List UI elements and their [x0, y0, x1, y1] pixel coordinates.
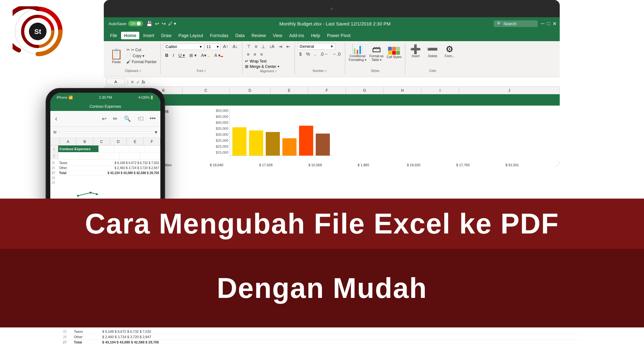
align-bottom-button[interactable]: ⊥	[259, 43, 267, 50]
increase-decimal-button[interactable]: .0→	[318, 51, 330, 58]
phone-formula-expand[interactable]: ▾	[155, 129, 157, 135]
phone-formula-input[interactable]	[59, 131, 152, 133]
phone-back-button[interactable]: ‹	[55, 115, 57, 123]
increase-font-button[interactable]: A↑	[221, 43, 230, 50]
phone-col-c[interactable]: C	[93, 138, 110, 145]
phone-pencil-icon[interactable]: ✏	[113, 115, 118, 122]
align-middle-button[interactable]: ≡	[253, 43, 259, 50]
phone-cell-1e[interactable]	[145, 145, 160, 152]
font-size-dropdown[interactable]: 11 ▾	[205, 43, 220, 50]
bold-button[interactable]: B	[163, 52, 170, 59]
phone-col-e[interactable]: E	[127, 138, 143, 145]
phone-cell-1c[interactable]	[114, 145, 130, 152]
formula-cancel-button[interactable]: ✕	[130, 80, 134, 85]
menu-addins[interactable]: Add-ins	[286, 32, 307, 39]
menu-view[interactable]: View	[270, 32, 286, 39]
phone-cell-2b[interactable]	[79, 152, 99, 159]
currency-button[interactable]: $	[297, 51, 304, 58]
menu-review[interactable]: Review	[248, 32, 269, 39]
phone-cell-1a[interactable]: Contoso Expenses	[58, 145, 99, 152]
maximize-icon[interactable]: □	[547, 21, 550, 27]
menu-draw[interactable]: Draw	[158, 32, 175, 39]
formula-function-button[interactable]: fx	[142, 80, 145, 85]
comma-button[interactable]: ,	[313, 51, 318, 58]
phone-cell-1b[interactable]	[99, 145, 114, 152]
close-icon[interactable]: ✕	[552, 21, 557, 27]
col-header-g[interactable]: G	[346, 87, 384, 94]
col-header-d[interactable]: D	[230, 87, 270, 94]
clipboard-expand-icon[interactable]: ⤢	[139, 69, 142, 73]
italic-button[interactable]: I	[171, 52, 176, 59]
phone-col-a[interactable]: A	[60, 138, 76, 145]
font-family-dropdown[interactable]: Calibri ▾	[163, 43, 204, 50]
insert-button[interactable]: ➕ Insert	[408, 43, 424, 59]
underline-button[interactable]: U ▾	[176, 52, 187, 59]
align-left-button[interactable]: ≡	[245, 51, 251, 58]
col-header-e[interactable]: E	[270, 87, 308, 94]
menu-page-layout[interactable]: Page Layout	[175, 32, 206, 39]
cell-reference-box[interactable]: A	[106, 79, 125, 85]
merge-chevron[interactable]: ▾	[278, 65, 279, 68]
number-expand-icon[interactable]: ⤢	[325, 69, 327, 73]
text-direction-button[interactable]: ↕A	[267, 43, 276, 50]
fill-color-button[interactable]: A▾ ▬	[199, 52, 212, 59]
minimize-icon[interactable]: ─	[541, 21, 544, 27]
col-header-c[interactable]: C	[182, 87, 230, 94]
decrease-decimal-button[interactable]: ←.0	[330, 51, 342, 58]
menu-help[interactable]: Help	[308, 32, 323, 39]
phone-search-icon[interactable]: 🔍	[124, 115, 131, 122]
undo-icon[interactable]: ↩	[155, 21, 159, 27]
wrap-text-label[interactable]: Wrap Text	[250, 59, 267, 63]
copy-button[interactable]: 📄 Copy ▾	[125, 53, 158, 58]
formula-confirm-button[interactable]: ✓	[136, 80, 140, 85]
menu-formulas[interactable]: Formulas	[207, 32, 231, 39]
menu-power-pivot[interactable]: Power Pivot	[324, 32, 354, 39]
phone-col-d[interactable]: D	[110, 138, 127, 145]
align-top-button[interactable]: ⊤	[245, 43, 253, 50]
format-as-table-button[interactable]: 🗃 Format asTable ▾	[369, 43, 385, 63]
alignment-expand-icon[interactable]: ⤢	[275, 70, 277, 73]
indent-button[interactable]: ⇥	[277, 43, 284, 50]
menu-data[interactable]: Data	[232, 32, 248, 39]
conditional-formatting-button[interactable]: 📊 ConditionalFormatting ▾	[348, 43, 367, 63]
col-header-i[interactable]: I	[421, 87, 459, 94]
phone-col-b[interactable]: B	[76, 138, 93, 145]
redo-icon[interactable]: ↪	[162, 21, 166, 27]
number-format-dropdown[interactable]: General ▾	[297, 43, 335, 50]
paste-button[interactable]: 📋 Paste	[108, 47, 125, 64]
search-box[interactable]: 🔍 Search	[494, 20, 538, 27]
align-right-button[interactable]: ≡	[258, 51, 264, 58]
phone-cell-2c[interactable]	[99, 152, 119, 159]
phone-col-f[interactable]: F	[144, 138, 160, 145]
format-painter-button[interactable]: 🖌 Format Painter	[125, 59, 158, 64]
outdent-button[interactable]: ⇤	[285, 43, 292, 50]
cut-button[interactable]: ✂ ✂ Cut	[125, 47, 158, 52]
font-expand-icon[interactable]: ⤢	[204, 69, 206, 73]
phone-more-icon[interactable]: •••	[150, 115, 156, 122]
menu-file[interactable]: File	[107, 32, 120, 39]
col-header-f[interactable]: F	[308, 87, 346, 94]
phone-cell-2e[interactable]	[140, 152, 160, 159]
delete-button[interactable]: ➖ Delete	[425, 43, 441, 59]
border-button[interactable]: ⊞ ▾	[187, 52, 198, 59]
format-button[interactable]: ⚙ Form...	[442, 43, 458, 59]
cell-styles-button[interactable]: Cell Styles	[386, 46, 402, 60]
phone-undo-icon[interactable]: ↩	[102, 115, 107, 122]
col-header-j[interactable]: J	[459, 87, 560, 94]
font-color-button[interactable]: A ▾▬	[213, 52, 225, 59]
col-header-h[interactable]: H	[384, 87, 421, 94]
menu-insert[interactable]: Insert	[140, 32, 157, 39]
phone-cell-2d[interactable]	[119, 152, 140, 159]
percent-button[interactable]: %	[304, 51, 312, 58]
phone-share-icon[interactable]: ↑□	[137, 115, 143, 122]
menu-home[interactable]: Home	[121, 32, 140, 39]
merge-label[interactable]: Merge & Center	[250, 64, 276, 69]
customize-icon[interactable]: 🖊 ▾	[168, 21, 176, 26]
save-icon[interactable]: 💾	[146, 21, 153, 27]
decrease-font-button[interactable]: A↓	[231, 43, 240, 50]
phone-cell-2a[interactable]	[58, 152, 79, 159]
formula-input[interactable]	[147, 80, 557, 84]
phone-cell-1d[interactable]	[130, 145, 145, 152]
align-center-button[interactable]: ≡	[252, 51, 258, 58]
autosave-toggle[interactable]: On	[128, 21, 143, 26]
